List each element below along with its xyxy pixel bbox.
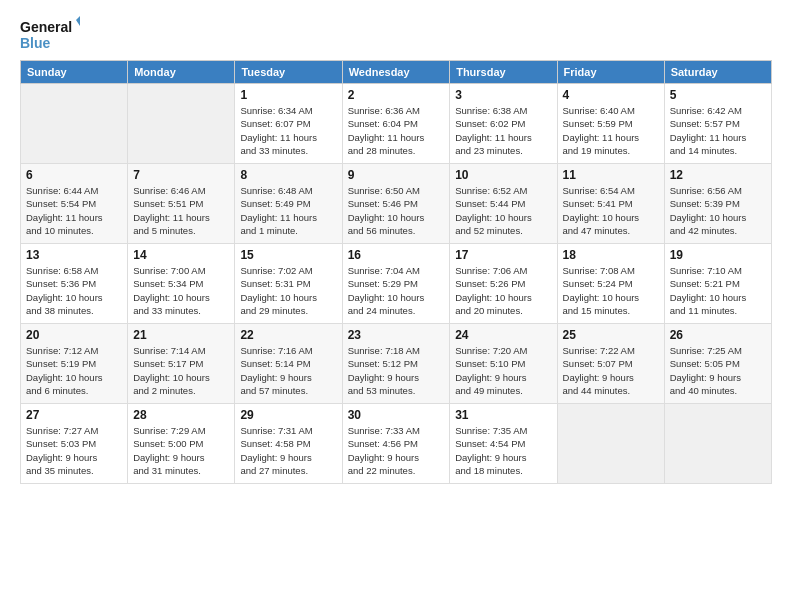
day-info: Sunrise: 7:35 AM Sunset: 4:54 PM Dayligh… [455,424,551,477]
day-info: Sunrise: 6:52 AM Sunset: 5:44 PM Dayligh… [455,184,551,237]
day-info: Sunrise: 7:31 AM Sunset: 4:58 PM Dayligh… [240,424,336,477]
calendar-cell: 1Sunrise: 6:34 AM Sunset: 6:07 PM Daylig… [235,84,342,164]
day-number: 29 [240,408,336,422]
weekday-header: Saturday [664,61,771,84]
day-number: 6 [26,168,122,182]
calendar-cell: 20Sunrise: 7:12 AM Sunset: 5:19 PM Dayli… [21,324,128,404]
day-number: 13 [26,248,122,262]
calendar-cell: 10Sunrise: 6:52 AM Sunset: 5:44 PM Dayli… [450,164,557,244]
day-info: Sunrise: 7:06 AM Sunset: 5:26 PM Dayligh… [455,264,551,317]
day-number: 11 [563,168,659,182]
day-number: 24 [455,328,551,342]
day-number: 15 [240,248,336,262]
day-number: 7 [133,168,229,182]
day-info: Sunrise: 7:08 AM Sunset: 5:24 PM Dayligh… [563,264,659,317]
day-number: 12 [670,168,766,182]
calendar-cell: 19Sunrise: 7:10 AM Sunset: 5:21 PM Dayli… [664,244,771,324]
day-info: Sunrise: 7:02 AM Sunset: 5:31 PM Dayligh… [240,264,336,317]
day-number: 16 [348,248,445,262]
day-info: Sunrise: 6:38 AM Sunset: 6:02 PM Dayligh… [455,104,551,157]
page: General Blue SundayMondayTuesdayWednesda… [0,0,792,612]
day-info: Sunrise: 6:44 AM Sunset: 5:54 PM Dayligh… [26,184,122,237]
calendar-cell: 24Sunrise: 7:20 AM Sunset: 5:10 PM Dayli… [450,324,557,404]
day-number: 2 [348,88,445,102]
calendar-week-row: 1Sunrise: 6:34 AM Sunset: 6:07 PM Daylig… [21,84,772,164]
day-info: Sunrise: 7:04 AM Sunset: 5:29 PM Dayligh… [348,264,445,317]
calendar-cell: 6Sunrise: 6:44 AM Sunset: 5:54 PM Daylig… [21,164,128,244]
day-info: Sunrise: 6:56 AM Sunset: 5:39 PM Dayligh… [670,184,766,237]
calendar-cell: 4Sunrise: 6:40 AM Sunset: 5:59 PM Daylig… [557,84,664,164]
day-info: Sunrise: 7:20 AM Sunset: 5:10 PM Dayligh… [455,344,551,397]
calendar-week-row: 27Sunrise: 7:27 AM Sunset: 5:03 PM Dayli… [21,404,772,484]
day-info: Sunrise: 7:14 AM Sunset: 5:17 PM Dayligh… [133,344,229,397]
calendar-cell: 28Sunrise: 7:29 AM Sunset: 5:00 PM Dayli… [128,404,235,484]
calendar-cell [128,84,235,164]
calendar-cell: 21Sunrise: 7:14 AM Sunset: 5:17 PM Dayli… [128,324,235,404]
calendar-cell: 16Sunrise: 7:04 AM Sunset: 5:29 PM Dayli… [342,244,450,324]
day-info: Sunrise: 7:16 AM Sunset: 5:14 PM Dayligh… [240,344,336,397]
day-number: 5 [670,88,766,102]
calendar-cell: 9Sunrise: 6:50 AM Sunset: 5:46 PM Daylig… [342,164,450,244]
day-number: 14 [133,248,229,262]
logo: General Blue [20,16,80,52]
day-info: Sunrise: 7:10 AM Sunset: 5:21 PM Dayligh… [670,264,766,317]
day-number: 17 [455,248,551,262]
day-number: 26 [670,328,766,342]
day-info: Sunrise: 6:48 AM Sunset: 5:49 PM Dayligh… [240,184,336,237]
calendar-cell: 17Sunrise: 7:06 AM Sunset: 5:26 PM Dayli… [450,244,557,324]
svg-text:Blue: Blue [20,35,51,51]
calendar-cell [557,404,664,484]
calendar-cell: 31Sunrise: 7:35 AM Sunset: 4:54 PM Dayli… [450,404,557,484]
day-info: Sunrise: 6:54 AM Sunset: 5:41 PM Dayligh… [563,184,659,237]
day-info: Sunrise: 7:22 AM Sunset: 5:07 PM Dayligh… [563,344,659,397]
day-info: Sunrise: 7:00 AM Sunset: 5:34 PM Dayligh… [133,264,229,317]
calendar-cell: 11Sunrise: 6:54 AM Sunset: 5:41 PM Dayli… [557,164,664,244]
calendar-cell: 15Sunrise: 7:02 AM Sunset: 5:31 PM Dayli… [235,244,342,324]
calendar-cell: 18Sunrise: 7:08 AM Sunset: 5:24 PM Dayli… [557,244,664,324]
day-info: Sunrise: 6:42 AM Sunset: 5:57 PM Dayligh… [670,104,766,157]
day-info: Sunrise: 7:29 AM Sunset: 5:00 PM Dayligh… [133,424,229,477]
calendar-cell: 22Sunrise: 7:16 AM Sunset: 5:14 PM Dayli… [235,324,342,404]
calendar-cell [21,84,128,164]
weekday-header: Sunday [21,61,128,84]
day-number: 28 [133,408,229,422]
weekday-header: Wednesday [342,61,450,84]
day-info: Sunrise: 7:27 AM Sunset: 5:03 PM Dayligh… [26,424,122,477]
day-number: 23 [348,328,445,342]
day-info: Sunrise: 6:34 AM Sunset: 6:07 PM Dayligh… [240,104,336,157]
calendar-cell: 2Sunrise: 6:36 AM Sunset: 6:04 PM Daylig… [342,84,450,164]
calendar-table: SundayMondayTuesdayWednesdayThursdayFrid… [20,60,772,484]
calendar-week-row: 20Sunrise: 7:12 AM Sunset: 5:19 PM Dayli… [21,324,772,404]
day-number: 19 [670,248,766,262]
calendar-cell: 29Sunrise: 7:31 AM Sunset: 4:58 PM Dayli… [235,404,342,484]
day-number: 1 [240,88,336,102]
day-number: 18 [563,248,659,262]
calendar-cell: 26Sunrise: 7:25 AM Sunset: 5:05 PM Dayli… [664,324,771,404]
day-info: Sunrise: 7:33 AM Sunset: 4:56 PM Dayligh… [348,424,445,477]
weekday-header: Friday [557,61,664,84]
day-info: Sunrise: 6:58 AM Sunset: 5:36 PM Dayligh… [26,264,122,317]
day-number: 3 [455,88,551,102]
svg-marker-2 [76,16,80,26]
calendar-cell: 25Sunrise: 7:22 AM Sunset: 5:07 PM Dayli… [557,324,664,404]
day-number: 30 [348,408,445,422]
svg-text:General: General [20,19,72,35]
day-number: 21 [133,328,229,342]
calendar-cell [664,404,771,484]
day-info: Sunrise: 7:18 AM Sunset: 5:12 PM Dayligh… [348,344,445,397]
day-info: Sunrise: 6:36 AM Sunset: 6:04 PM Dayligh… [348,104,445,157]
weekday-header: Tuesday [235,61,342,84]
calendar-cell: 5Sunrise: 6:42 AM Sunset: 5:57 PM Daylig… [664,84,771,164]
header: General Blue [20,16,772,52]
calendar-cell: 13Sunrise: 6:58 AM Sunset: 5:36 PM Dayli… [21,244,128,324]
calendar-header-row: SundayMondayTuesdayWednesdayThursdayFrid… [21,61,772,84]
calendar-cell: 7Sunrise: 6:46 AM Sunset: 5:51 PM Daylig… [128,164,235,244]
day-number: 27 [26,408,122,422]
calendar-cell: 23Sunrise: 7:18 AM Sunset: 5:12 PM Dayli… [342,324,450,404]
calendar-cell: 3Sunrise: 6:38 AM Sunset: 6:02 PM Daylig… [450,84,557,164]
day-info: Sunrise: 6:50 AM Sunset: 5:46 PM Dayligh… [348,184,445,237]
weekday-header: Monday [128,61,235,84]
day-number: 25 [563,328,659,342]
day-number: 9 [348,168,445,182]
calendar-cell: 12Sunrise: 6:56 AM Sunset: 5:39 PM Dayli… [664,164,771,244]
